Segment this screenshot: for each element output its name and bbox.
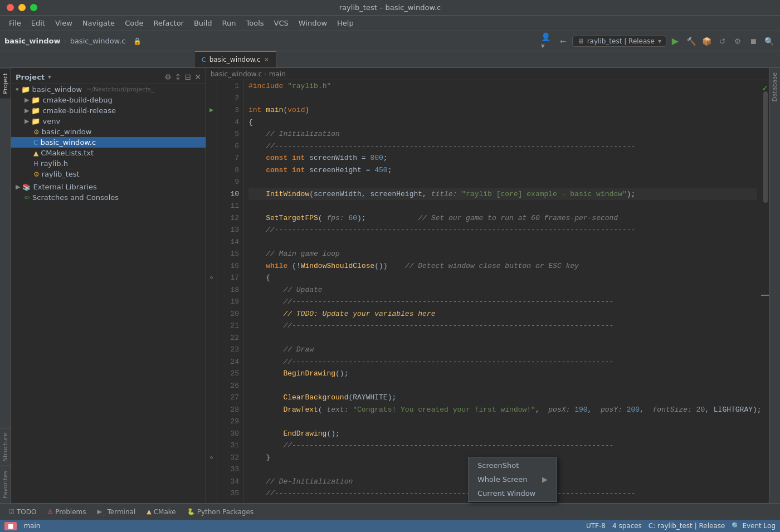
ln-3: 3 bbox=[222, 104, 239, 116]
cmake-settings-button[interactable]: ⚙ bbox=[731, 35, 744, 48]
gutter-25 bbox=[206, 368, 217, 380]
ln-25: 25 bbox=[222, 368, 239, 380]
ext-lib-icon: 📚 bbox=[22, 183, 31, 191]
ln-18: 18 bbox=[222, 284, 239, 296]
menu-help[interactable]: Help bbox=[333, 18, 358, 28]
run-gutter-icon[interactable]: ▶ bbox=[209, 106, 213, 114]
raylib-h-label: raylib.h bbox=[41, 159, 68, 168]
cmake-release-label: cmake-build-release bbox=[42, 106, 116, 115]
minimize-button[interactable] bbox=[18, 4, 26, 11]
menu-file[interactable]: File bbox=[4, 18, 26, 28]
project-scroll-icon[interactable]: ↕ bbox=[175, 72, 182, 81]
ctx-current-window[interactable]: Current Window bbox=[469, 486, 557, 500]
bottom-tab-todo[interactable]: ☑ TODO bbox=[4, 507, 41, 517]
project-label: basic_window bbox=[4, 37, 60, 45]
title-bar: raylib_test – basic_window.c bbox=[0, 0, 780, 16]
tree-root[interactable]: ▾ 📁 basic_window ~/Nextcloud/projects_ bbox=[11, 84, 206, 95]
tree-cmakelists[interactable]: ▲ CMakeLists.txt bbox=[11, 148, 206, 158]
ctx-screenshot[interactable]: ScreenShot bbox=[469, 458, 557, 472]
menu-navigate[interactable]: Navigate bbox=[78, 18, 119, 28]
sidebar-tab-structure[interactable]: Structure bbox=[0, 428, 11, 466]
tree-external-libraries[interactable]: ▶ 📚 External Libraries bbox=[11, 182, 206, 192]
code-content[interactable]: #include "raylib.h" int main(void) { // … bbox=[244, 80, 761, 503]
bottom-tab-terminal[interactable]: ▶_ Terminal bbox=[93, 507, 140, 517]
right-sidebar: Database bbox=[769, 68, 780, 503]
code-line-21: //--------------------------------------… bbox=[248, 320, 757, 332]
fold-icon-32[interactable]: ◇ bbox=[210, 455, 213, 461]
chevron-right-icon: ▶ bbox=[25, 96, 29, 104]
status-branch-icon: ■ bbox=[4, 522, 17, 530]
cmake-release-folder-icon: 📁 bbox=[31, 106, 40, 115]
sidebar-tab-favorites[interactable]: Favorites bbox=[0, 466, 11, 503]
tree-basic-window-exe[interactable]: ⚙ basic_window bbox=[11, 126, 206, 137]
tree-venv[interactable]: ▶ 📁 venv bbox=[11, 116, 206, 126]
status-event-log[interactable]: 🔍 Event Log bbox=[732, 522, 776, 530]
raylib-test-icon: ⚙ bbox=[33, 170, 40, 178]
file-label: basic_window.c bbox=[70, 37, 126, 45]
bottom-tabs: ☑ TODO ⚠ Problems ▶_ Terminal ▲ CMake 🐍 … bbox=[0, 503, 780, 520]
gutter-30 bbox=[206, 428, 217, 440]
reload-cmake-button[interactable]: ↺ bbox=[715, 35, 729, 48]
sidebar-tab-database[interactable]: Database bbox=[769, 68, 780, 106]
menu-edit[interactable]: Edit bbox=[27, 18, 50, 28]
menu-vcs[interactable]: VCS bbox=[270, 18, 293, 28]
stop-button[interactable]: ⏹ bbox=[747, 35, 760, 48]
ln-29: 29 bbox=[222, 416, 239, 428]
menu-build[interactable]: Build bbox=[189, 18, 217, 28]
tab-close-button[interactable]: ✕ bbox=[264, 56, 269, 64]
ctx-whole-screen[interactable]: Whole Screen ▶ bbox=[469, 472, 557, 486]
run-button[interactable]: ▶ bbox=[669, 35, 682, 48]
menu-run[interactable]: Run bbox=[218, 18, 241, 28]
code-line-3: int main(void) bbox=[248, 104, 757, 116]
search-everywhere-button[interactable]: 🔍 bbox=[762, 35, 776, 48]
window-controls[interactable] bbox=[7, 4, 37, 11]
code-line-2 bbox=[248, 92, 757, 105]
menu-code[interactable]: Code bbox=[120, 18, 148, 28]
gutter-13 bbox=[206, 224, 217, 236]
tree-basic-window-c[interactable]: C basic_window.c bbox=[11, 137, 206, 148]
menu-window[interactable]: Window bbox=[294, 18, 332, 28]
menu-view[interactable]: View bbox=[51, 18, 77, 28]
tree-cmake-release[interactable]: ▶ 📁 cmake-build-release bbox=[11, 105, 206, 116]
bottom-tab-python[interactable]: 🐍 Python Packages bbox=[183, 507, 258, 517]
menu-refactor[interactable]: Refactor bbox=[149, 18, 188, 28]
tree-raylib-test[interactable]: ⚙ raylib_test bbox=[11, 169, 206, 179]
python-icon: 🐍 bbox=[187, 508, 195, 515]
tree-cmake-debug[interactable]: ▶ 📁 cmake-build-debug bbox=[11, 95, 206, 105]
ln-2: 2 bbox=[222, 92, 239, 105]
tab-basic-window-c[interactable]: C basic_window.c ✕ bbox=[195, 51, 276, 67]
scroll-thumb[interactable] bbox=[763, 91, 768, 203]
project-close-icon[interactable]: ✕ bbox=[194, 72, 201, 81]
navigate-back-button[interactable]: ← bbox=[557, 35, 570, 48]
python-label: Python Packages bbox=[197, 508, 254, 516]
bottom-tab-problems[interactable]: ⚠ Problems bbox=[43, 507, 90, 517]
tree-raylib-h[interactable]: H raylib.h bbox=[11, 158, 206, 169]
code-line-20: // TODO: Update your variables here bbox=[248, 308, 757, 320]
run-config-dropdown[interactable]: 🖥 raylib_test | Release ▾ bbox=[572, 36, 666, 47]
ln-17: 17 bbox=[222, 272, 239, 284]
close-button[interactable] bbox=[7, 4, 14, 11]
build-button[interactable]: 🔨 bbox=[684, 35, 698, 48]
vcs-button[interactable]: 👤▾ bbox=[541, 35, 554, 48]
project-panel-header: Project ▾ ⚙ ↕ ⊟ ✕ bbox=[11, 70, 206, 84]
gutter-2 bbox=[206, 92, 217, 105]
gutter-18 bbox=[206, 284, 217, 296]
basic-window-c-label: basic_window.c bbox=[40, 138, 96, 147]
menu-tools[interactable]: Tools bbox=[242, 18, 269, 28]
maximize-button[interactable] bbox=[30, 4, 37, 11]
sidebar-tab-project[interactable]: Project bbox=[0, 68, 11, 99]
project-collapse-icon[interactable]: ⊟ bbox=[185, 72, 192, 81]
scroll-gutter: ✓ bbox=[761, 80, 769, 503]
bottom-tab-cmake[interactable]: ▲ CMake bbox=[142, 507, 180, 517]
tab-bar: C basic_window.c ✕ bbox=[0, 51, 780, 68]
build-project-button[interactable]: 📦 bbox=[700, 35, 713, 48]
gutter-29 bbox=[206, 416, 217, 428]
breadcrumb: basic_window.c › main bbox=[206, 68, 769, 80]
code-editor[interactable]: ▶ ◇ bbox=[206, 80, 769, 503]
ln-23: 23 bbox=[222, 344, 239, 356]
status-right: UTF-8 4 spaces C: raylib_test | Release … bbox=[586, 522, 776, 530]
fold-icon-17[interactable]: ◇ bbox=[210, 275, 213, 281]
tree-scratches[interactable]: ✏ Scratches and Consoles bbox=[11, 192, 206, 203]
code-line-11 bbox=[248, 200, 757, 212]
project-settings-icon[interactable]: ⚙ bbox=[164, 72, 172, 81]
